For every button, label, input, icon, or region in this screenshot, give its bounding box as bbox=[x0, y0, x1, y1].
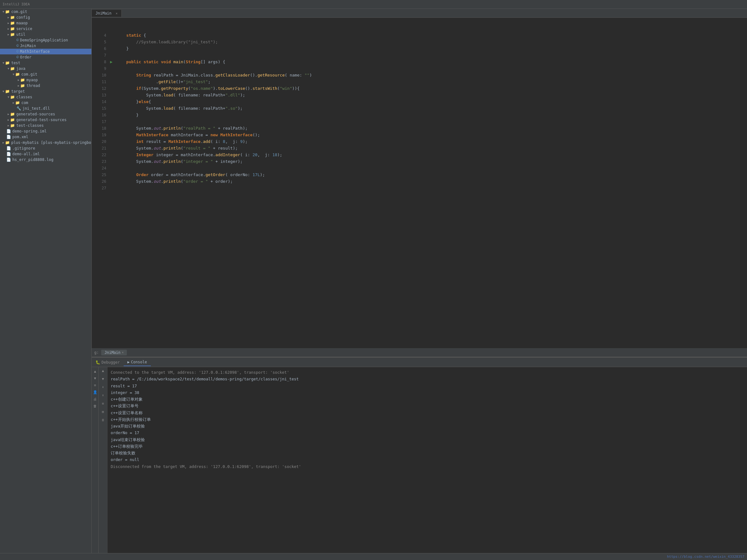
console-output[interactable]: Connected to the target VM, address: '12… bbox=[107, 367, 747, 553]
toolbar-btn-3[interactable]: ⬆ bbox=[100, 392, 107, 399]
gutter bbox=[110, 65, 117, 72]
sidebar-item-com-git[interactable]: ▼📁com.git bbox=[0, 9, 92, 15]
tree-arrow: ▶ bbox=[18, 84, 19, 87]
left-strip-btn-4[interactable]: 🖨 bbox=[92, 396, 98, 402]
sidebar-item-config[interactable]: ▶📁config bbox=[0, 15, 92, 20]
line-number: 23 bbox=[94, 159, 110, 165]
sidebar-item-com-git-2[interactable]: ▼📁com.git bbox=[0, 72, 92, 77]
gutter bbox=[110, 145, 117, 152]
code-line-4: 4 static { bbox=[94, 32, 745, 39]
line-number: 27 bbox=[94, 185, 110, 191]
editor-tab-jnimain[interactable]: JniMain × bbox=[92, 10, 122, 17]
sidebar-item-test[interactable]: ▼📁test bbox=[0, 60, 92, 66]
sidebar-item-com[interactable]: ▶📁com bbox=[0, 100, 92, 106]
sidebar-item-maaop[interactable]: ▶📁maaop bbox=[0, 20, 92, 26]
tree-arrow: ▶ bbox=[7, 118, 9, 122]
sidebar-label: maaop bbox=[16, 21, 27, 25]
sidebar-item-plus-mybatis[interactable]: ▶📁plus-mybatis [plus-mybatis-springbo bbox=[0, 140, 92, 145]
line-number: 19 bbox=[94, 132, 110, 138]
code-text: }else{ bbox=[117, 99, 151, 105]
console-line-4: c++创建订单对象 bbox=[111, 396, 744, 402]
code-line-13: 13 System.load( filename: realPath+".dll… bbox=[94, 92, 745, 99]
sidebar-item-myaop[interactable]: ▶📁myaop bbox=[0, 77, 92, 83]
toolbar-btn-6[interactable]: ≣ bbox=[100, 417, 107, 423]
panel-tab-label: Console bbox=[131, 360, 147, 364]
sidebar-item-Order[interactable]: ©Order bbox=[0, 54, 92, 60]
line-number: 25 bbox=[94, 172, 110, 178]
line-number: 12 bbox=[94, 86, 110, 92]
tree-arrow: ▶ bbox=[7, 27, 9, 30]
gutter bbox=[110, 112, 117, 118]
left-strip-btn-5[interactable]: 🗑 bbox=[92, 403, 98, 409]
sidebar-item-java[interactable]: ▼📁java bbox=[0, 66, 92, 72]
sidebar-item-pom.xml[interactable]: 📄pom.xml bbox=[0, 134, 92, 140]
tree-arrow: ▼ bbox=[2, 10, 4, 13]
sidebar-item-target[interactable]: ▼📁target bbox=[0, 88, 92, 94]
panel-tab-console[interactable]: ▶Console bbox=[124, 358, 151, 366]
gutter bbox=[110, 85, 117, 92]
run-gutter[interactable]: ▶ bbox=[110, 59, 117, 65]
gutter bbox=[110, 132, 117, 138]
code-line-20: 20 int result = MathInterface.add( i: 8,… bbox=[94, 138, 745, 145]
left-strip-btn-3[interactable]: 👤 bbox=[92, 389, 98, 395]
sidebar-item-classes[interactable]: ▼📁classes bbox=[0, 94, 92, 100]
sidebar-label: classes bbox=[16, 95, 32, 99]
line-number: 20 bbox=[94, 139, 110, 145]
sidebar-item-JniMain[interactable]: ©JniMain bbox=[0, 43, 92, 49]
sidebar-label: MathInterface bbox=[20, 49, 50, 54]
line-number: 18 bbox=[94, 126, 110, 132]
tree-arrow: ▼ bbox=[2, 61, 4, 64]
console-line-9: orderNo = 17 bbox=[111, 429, 744, 436]
sidebar-item-demo-all.iml[interactable]: 📄demo-all.iml bbox=[0, 151, 92, 157]
code-line-24: 24 bbox=[94, 165, 745, 172]
java-icon: © bbox=[17, 55, 19, 59]
code-text: if(System.getProperty("os.name").toLower… bbox=[117, 85, 300, 92]
code-text: System.out.println("order = " + order); bbox=[117, 178, 233, 185]
folder-icon: 📁 bbox=[10, 95, 15, 99]
sidebar-label: config bbox=[16, 15, 30, 20]
toolbar-btn-5[interactable]: ⊞ bbox=[100, 408, 107, 415]
left-strip-btn-2[interactable]: ≡ bbox=[92, 382, 98, 388]
tree-arrow: ▶ bbox=[7, 16, 9, 19]
sidebar-item-thread[interactable]: ▶📁thread bbox=[0, 83, 92, 88]
sidebar-item-test-classes[interactable]: ▶📁test-classes bbox=[0, 123, 92, 128]
left-strip-btn-0[interactable]: ▲ bbox=[92, 368, 98, 374]
line-number: 6 bbox=[94, 46, 110, 52]
iml-icon: 📄 bbox=[6, 129, 11, 133]
sidebar-item-jni_test.dll[interactable]: 🔧jni_test.dll bbox=[0, 106, 92, 111]
line-number: 22 bbox=[94, 152, 110, 158]
sidebar-item-generated-sources[interactable]: ▶📁generated-sources bbox=[0, 111, 92, 117]
sidebar-label: com.git bbox=[21, 72, 37, 77]
console-line-8: java开始订单校验 bbox=[111, 423, 744, 429]
code-container[interactable]: 4 static {5 //System.loadLibrary("jni_te… bbox=[92, 18, 747, 348]
tab-close[interactable]: × bbox=[116, 12, 118, 15]
sidebar-item-demo-spring.iml[interactable]: 📄demo-spring.iml bbox=[0, 128, 92, 134]
console-line-11: c++订单校验完毕 bbox=[111, 443, 744, 450]
toolbar-btn-4[interactable]: ≡ bbox=[100, 400, 107, 407]
sidebar-item-MathInterface[interactable]: ©MathInterface bbox=[0, 49, 92, 54]
code-line-14: 14 }else{ bbox=[94, 99, 745, 105]
gutter bbox=[110, 105, 117, 112]
left-strip-btn-1[interactable]: ▼ bbox=[92, 375, 98, 381]
folder-icon: 📁 bbox=[5, 89, 10, 94]
sidebar-item-gitignore[interactable]: 📄.gitignore bbox=[0, 145, 92, 151]
folder-icon: 📁 bbox=[15, 72, 20, 77]
code-line-16: 16 } bbox=[94, 112, 745, 118]
sidebar-item-service[interactable]: ▶📁service bbox=[0, 26, 92, 32]
sidebar-item-generated-test-sources[interactable]: ▶📁generated-test-sources bbox=[0, 117, 92, 123]
status-url[interactable]: https://blog.csdn.net/weixin_43328357 bbox=[667, 555, 745, 559]
toolbar-btn-1[interactable]: ▼ bbox=[100, 375, 107, 382]
console-line-6: c++设置订单名称 bbox=[111, 409, 744, 416]
sidebar-item-hs_err_pid8808.log[interactable]: 📄hs_err_pid8808.log bbox=[0, 157, 92, 162]
run-tab[interactable]: JniMain × bbox=[101, 350, 127, 355]
run-tab-close[interactable]: × bbox=[122, 351, 124, 354]
panel-tab-debugger[interactable]: 🐛Debugger bbox=[92, 359, 124, 366]
toolbar-btn-0[interactable]: ▲ bbox=[100, 367, 107, 374]
toolbar-btn-2[interactable]: ⬇ bbox=[100, 383, 107, 391]
sidebar-label: hs_err_pid8808.log bbox=[12, 158, 53, 162]
sidebar-item-util[interactable]: ▶📁util bbox=[0, 32, 92, 37]
sidebar-label: demo-spring.iml bbox=[12, 129, 47, 133]
line-number: 5 bbox=[94, 39, 110, 45]
code-line-22: 22 Integer integer = mathInterface.addIn… bbox=[94, 152, 745, 158]
sidebar-item-DemoSpringApplication[interactable]: ©DemoSpringApplication bbox=[0, 37, 92, 43]
